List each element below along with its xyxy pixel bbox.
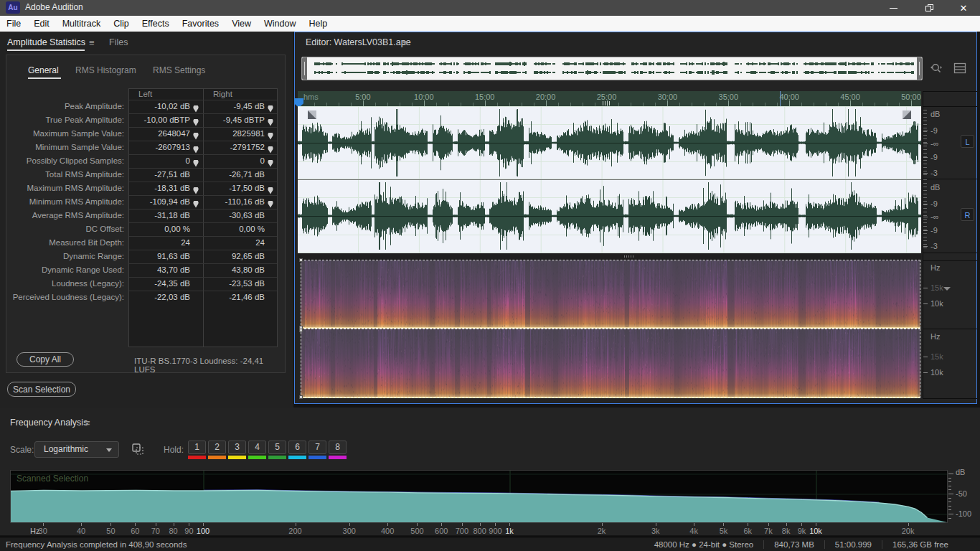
frequency-panel-menu-icon[interactable]: ≡: [85, 418, 90, 428]
stat-value-right: 92,65 dB: [204, 252, 265, 260]
hold-button-4[interactable]: 4: [248, 441, 266, 454]
navigate-pin-icon[interactable]: [193, 103, 199, 110]
list-view-icon[interactable]: [953, 62, 966, 75]
hold-button-2[interactable]: 2: [208, 441, 226, 454]
row-line: [129, 277, 277, 278]
hold-button-3[interactable]: 3: [228, 441, 246, 454]
collapse-arrow-icon[interactable]: [943, 287, 951, 291]
menu-window[interactable]: Window: [258, 16, 302, 32]
navigate-pin-icon[interactable]: [193, 130, 199, 137]
minimize-button[interactable]: [881, 0, 905, 16]
spectrogram-left-channel[interactable]: [301, 260, 920, 329]
navigate-pin-icon[interactable]: [193, 143, 199, 151]
tab-frequency-analysis[interactable]: Frequency Analysis: [10, 418, 88, 428]
subtab-underline: [28, 77, 61, 79]
stat-value-left: 2648047: [130, 129, 190, 138]
amplitude-ruler-label: -∞: [930, 139, 939, 148]
freq-axis-tick: [417, 523, 418, 526]
navigate-pin-icon[interactable]: [268, 198, 273, 205]
menu-edit[interactable]: Edit: [27, 16, 56, 32]
freq-axis-label: 100: [197, 527, 209, 535]
selection-handle[interactable]: [299, 258, 303, 262]
navigate-pin-icon[interactable]: [268, 143, 273, 151]
freq-axis-tick: [441, 523, 442, 526]
freq-axis-label: 300: [343, 527, 356, 535]
panel-menu-icon[interactable]: ≡: [89, 37, 95, 48]
marker-tick: [605, 101, 606, 105]
waveform-spectrogram-divider[interactable]: [298, 253, 921, 260]
editor-panel-menu-icon[interactable]: ≡: [402, 37, 408, 48]
frequency-plot[interactable]: Scanned Selection: [10, 470, 948, 523]
freq-axis-label: 7k: [764, 527, 773, 535]
copy-graph-icon[interactable]: [131, 443, 144, 456]
stat-value-right: -110,16 dB: [204, 197, 265, 206]
navigate-pin-icon[interactable]: [268, 184, 273, 192]
hold-button-5[interactable]: 5: [268, 441, 286, 454]
spectrogram-right-channel[interactable]: [301, 329, 920, 398]
navigate-pin-icon[interactable]: [193, 157, 199, 164]
menu-help[interactable]: Help: [302, 16, 334, 32]
navigator-left-handle[interactable]: [302, 57, 307, 80]
ruler-major-tick: [789, 100, 790, 106]
menu-multitrack[interactable]: Multitrack: [56, 16, 107, 32]
restore-button[interactable]: [917, 0, 941, 16]
stat-value-left: -27,51 dB: [130, 170, 190, 179]
tab-files[interactable]: Files: [109, 37, 128, 47]
fade-in-handle[interactable]: [308, 110, 316, 119]
overview-navigator[interactable]: [301, 57, 923, 80]
close-button[interactable]: ✕: [951, 0, 976, 16]
stat-value-right: -2791752: [204, 143, 265, 151]
selection-handle[interactable]: [299, 395, 303, 399]
editor-tab[interactable]: Editor: WatersLV03B1.ape: [306, 37, 411, 47]
hold-button-6[interactable]: 6: [288, 441, 306, 454]
fade-out-handle[interactable]: [903, 110, 911, 119]
zoom-navigate-icon[interactable]: [929, 61, 943, 75]
hold-button-8[interactable]: 8: [329, 441, 347, 454]
stat-value-left: 0: [130, 156, 190, 165]
menu-favorites[interactable]: Favorites: [176, 16, 225, 32]
editor-panel: Editor: WatersLV03B1.ape ≡ hms 5:0010:0: [294, 32, 977, 404]
hold-wrap: 5: [268, 441, 286, 459]
freq-axis-label: 200: [288, 527, 301, 535]
time-ruler[interactable]: hms 5:0010:0015:0020:0025:0030:0035:0040…: [298, 91, 921, 106]
divider-grip[interactable]: [624, 255, 634, 258]
stat-value-left: -18,31 dB: [130, 184, 190, 192]
ruler-unit-label: hms: [303, 93, 319, 101]
ruler-section-line: [923, 253, 977, 253]
db-tick: [948, 489, 951, 490]
navigate-pin-icon[interactable]: [268, 130, 273, 137]
hold-button-7[interactable]: 7: [308, 441, 326, 454]
menu-effects[interactable]: Effects: [136, 16, 176, 32]
scale-dropdown[interactable]: Logarithmic: [34, 441, 119, 458]
stat-label: Average RMS Amplitude:: [9, 211, 124, 220]
copy-all-button[interactable]: Copy All: [17, 352, 74, 367]
navigate-pin-icon[interactable]: [193, 184, 199, 192]
freq-axis-label: 50: [106, 527, 115, 535]
amplitude-ruler-label: -∞: [930, 212, 939, 221]
subtab-general[interactable]: General: [28, 65, 59, 75]
scan-selection-button[interactable]: Scan Selection: [7, 382, 76, 397]
freq-axis-tick: [296, 523, 296, 526]
navigate-pin-icon[interactable]: [193, 198, 199, 205]
freq-axis-label: 600: [435, 527, 448, 535]
subtab-rms-histogram[interactable]: RMS Histogram: [75, 65, 136, 75]
navigate-pin-icon[interactable]: [268, 157, 273, 164]
ruler-major-tick: [667, 100, 668, 106]
navigate-pin-icon[interactable]: [268, 116, 273, 123]
waveform-display[interactable]: [298, 106, 921, 253]
freq-axis-label: 2k: [598, 527, 606, 535]
row-line: [129, 291, 277, 291]
navigate-pin-icon[interactable]: [193, 116, 199, 123]
selection-handle[interactable]: [299, 329, 303, 332]
hold-button-1[interactable]: 1: [188, 441, 206, 454]
navigate-pin-icon[interactable]: [268, 103, 273, 110]
amplitude-major-tick: [923, 246, 928, 247]
ruler-time-label: 20:00: [536, 93, 556, 101]
subtab-rms-settings[interactable]: RMS Settings: [153, 65, 205, 75]
menu-clip[interactable]: Clip: [107, 16, 136, 32]
menu-file[interactable]: File: [0, 16, 27, 32]
menu-view[interactable]: View: [225, 16, 258, 32]
tab-amplitude-statistics[interactable]: Amplitude Statistics: [7, 37, 85, 47]
navigator-right-handle[interactable]: [917, 57, 922, 80]
active-tab-underline: [7, 50, 85, 51]
